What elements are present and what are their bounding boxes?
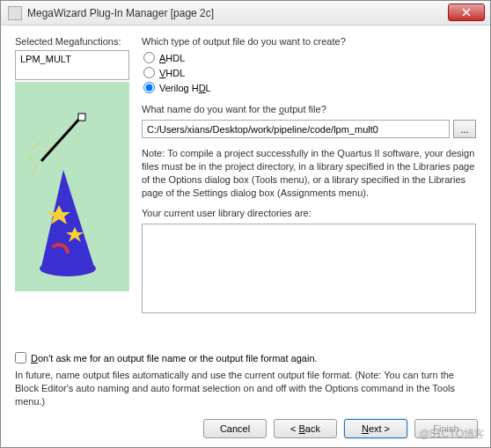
radio-ahdl-row: AHDL <box>143 52 476 63</box>
path-row: ... <box>142 120 476 138</box>
button-row: Cancel < Back Next > Finish <box>203 419 478 438</box>
content-area: Selected Megafunctions: LPM_MULT <box>1 26 490 386</box>
user-lib-dirs-label: Your current user library directories ar… <box>142 208 476 218</box>
selected-megafunctions-label: Selected Megafunctions: <box>15 36 129 47</box>
output-type-question: Which type of output file do you want to… <box>142 36 476 47</box>
window-title: MegaWizard Plug-In Manager [page 2c] <box>27 7 214 19</box>
next-button[interactable]: Next > <box>344 419 407 438</box>
finish-button: Finish <box>414 419 478 438</box>
radio-vhdl[interactable] <box>143 67 155 78</box>
dont-ask-label[interactable]: Don't ask me for an output file name or … <box>31 353 318 364</box>
app-icon <box>8 6 22 20</box>
dialog-window: MegaWizard Plug-In Manager [page 2c] Sel… <box>0 0 491 448</box>
user-lib-dirs-box[interactable] <box>142 224 476 313</box>
svg-rect-2 <box>78 114 85 121</box>
future-note: In future, name output files automatical… <box>15 369 476 408</box>
left-column: Selected Megafunctions: LPM_MULT <box>15 36 129 376</box>
right-column: Which type of output file do you want to… <box>142 36 476 376</box>
close-button[interactable] <box>448 4 485 21</box>
dont-ask-checkbox[interactable] <box>15 352 26 364</box>
output-path-input[interactable] <box>142 120 450 138</box>
list-item: LPM_MULT <box>20 54 71 64</box>
svg-point-9 <box>40 261 96 276</box>
output-name-question: What name do you want for the output fil… <box>142 104 476 114</box>
radio-verilog-row: Verilog HDL <box>143 82 476 93</box>
wizard-illustration <box>15 82 129 291</box>
bottom-section: Don't ask me for an output file name or … <box>15 352 476 408</box>
radio-verilog-label[interactable]: Verilog HDL <box>159 83 211 93</box>
radio-vhdl-row: VHDL <box>143 67 476 78</box>
selected-megafunctions-list[interactable]: LPM_MULT <box>15 50 129 80</box>
radio-verilog[interactable] <box>143 82 155 93</box>
cancel-button[interactable]: Cancel <box>203 419 267 438</box>
browse-button[interactable]: ... <box>453 120 476 138</box>
radio-ahdl[interactable] <box>143 52 155 63</box>
close-icon <box>462 8 471 17</box>
back-button[interactable]: < Back <box>274 419 337 438</box>
radio-ahdl-label[interactable]: AHDL <box>159 53 185 63</box>
dont-ask-row: Don't ask me for an output file name or … <box>15 352 476 364</box>
titlebar: MegaWizard Plug-In Manager [page 2c] <box>1 1 490 26</box>
compile-note: Note: To compile a project successfully … <box>142 147 476 199</box>
radio-vhdl-label[interactable]: VHDL <box>159 68 185 78</box>
